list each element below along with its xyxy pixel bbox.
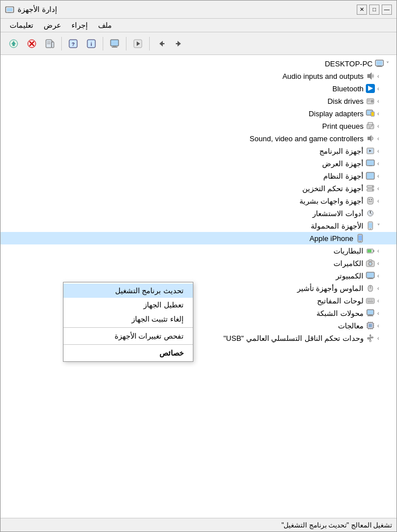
tree-item-disk[interactable]: Disk drives [1, 95, 396, 107]
menu-item-view[interactable]: عرض [39, 20, 66, 31]
tree-item-mice[interactable]: الماوس وأجهزة تأشير [1, 282, 396, 294]
tree-item-portable[interactable]: الأجهزة المحمولة [1, 219, 396, 232]
toolbar-separator-1 [61, 37, 62, 50]
menu-bar: ملف إجراء عرض تعليمات [1, 19, 396, 32]
svg-text:?: ? [71, 41, 75, 47]
tree-item-display-devices[interactable]: أجهزة العرض [1, 157, 396, 170]
svg-point-61 [372, 189, 373, 191]
svg-point-48 [371, 125, 373, 126]
toolbar-display[interactable] [106, 35, 123, 52]
toolbar-help[interactable]: i [83, 35, 100, 52]
device-tree[interactable]: DESKTOP-PC Audio inputs and outputs [1, 55, 396, 518]
tree-item-sound[interactable]: Sound, video and game controllers [1, 132, 396, 145]
svg-point-60 [372, 186, 373, 187]
tree-item-iphone[interactable]: Apple iPhone [1, 232, 396, 244]
context-sep-2 [64, 344, 193, 345]
window-controls: ✕ □ — [357, 5, 392, 15]
svg-text:i: i [91, 41, 92, 47]
context-scan-changes[interactable]: تفحص تغييرات الأجهزة [64, 329, 193, 343]
tree-item-bluetooth[interactable]: ⯈ Bluetooth [1, 82, 396, 95]
display-icon [366, 109, 375, 118]
svg-rect-47 [369, 128, 371, 128]
expand-icon-disk [375, 98, 382, 104]
svg-rect-1 [7, 8, 12, 11]
svg-rect-97 [369, 315, 372, 315]
expand-icon-hid [375, 197, 382, 204]
menu-item-file[interactable]: ملف [94, 20, 116, 31]
svg-rect-46 [369, 126, 372, 127]
tree-item-keyboards[interactable]: لوحات المفاتيح [1, 294, 396, 307]
toolbar-update-driver[interactable] [5, 35, 22, 52]
cameras-icon [366, 259, 375, 268]
tree-label-batteries: البطاريات [5, 247, 364, 255]
svg-rect-20 [112, 47, 117, 48]
tree-item-audio[interactable]: Audio inputs and outputs [1, 70, 396, 82]
menu-item-help[interactable]: تعليمات [5, 20, 38, 31]
svg-rect-76 [373, 250, 374, 252]
svg-text:⯈: ⯈ [368, 85, 374, 92]
title-icon [5, 5, 14, 14]
context-menu: تحديث برنامج التشغيل تعطيل الجهاز إلغاء … [63, 282, 193, 362]
tree-item-desktop[interactable]: DESKTOP-PC [1, 57, 396, 70]
context-uninstall-device[interactable]: إلغاء تثبيت الجهاز [64, 312, 193, 326]
svg-point-71 [370, 229, 371, 230]
toolbar-forward[interactable] [171, 35, 188, 52]
expand-icon-sound [375, 135, 382, 142]
tree-label-display-devices: أجهزة العرض [5, 159, 364, 168]
menu-item-action[interactable]: إجراء [67, 20, 92, 31]
svg-rect-26 [176, 43, 179, 44]
tree-item-prog-devices[interactable]: أجهزة البرنامج [1, 145, 396, 157]
svg-rect-30 [377, 66, 382, 67]
tree-item-print[interactable]: Print queues [1, 120, 396, 132]
expand-icon-audio [375, 73, 382, 79]
tree-label-sensors: أدوات الاستشعار [5, 209, 364, 218]
toolbar-play[interactable] [129, 35, 146, 52]
sensors-icon [366, 209, 375, 218]
svg-rect-96 [368, 310, 373, 314]
svg-rect-37 [368, 100, 370, 100]
svg-marker-31 [368, 73, 371, 79]
toolbar: ? i [1, 32, 396, 55]
iphone-icon [356, 234, 365, 243]
computers-icon [366, 271, 375, 280]
expand-icon-print [375, 123, 382, 129]
expand-icon-processors [375, 322, 382, 329]
disk-icon [366, 96, 375, 105]
toolbar-separator-3 [126, 37, 126, 50]
tree-item-sensors[interactable]: أدوات الاستشعار [1, 207, 396, 219]
tree-item-hid[interactable]: أجهزة واجهات بشرية [1, 195, 396, 207]
context-disable-device[interactable]: تعطيل الجهاز [64, 298, 193, 312]
tree-item-processors[interactable]: معالجات [1, 319, 396, 332]
tree-item-display[interactable]: Display adapters [1, 107, 396, 120]
svg-rect-116 [371, 337, 373, 338]
context-update-driver[interactable]: تحديث برنامج التشغيل [64, 284, 193, 298]
svg-rect-83 [367, 273, 374, 277]
tree-item-batteries[interactable]: البطاريات [1, 244, 396, 257]
hid-icon [366, 196, 375, 205]
expand-icon-bluetooth [375, 85, 382, 92]
context-properties[interactable]: خصائص [64, 346, 193, 360]
toolbar-uninstall[interactable] [23, 35, 40, 52]
toolbar-properties[interactable]: ? [65, 35, 82, 52]
tree-item-usb[interactable]: وحدات تحكم الناقل التسلسلي العالمي "USB" [1, 332, 396, 344]
tree-label-audio: Audio inputs and outputs [5, 72, 364, 81]
svg-point-63 [369, 199, 370, 200]
toolbar-back[interactable] [153, 35, 170, 52]
expand-icon-computers [375, 272, 382, 279]
minimize-button[interactable]: — [382, 5, 392, 15]
close-button[interactable]: ✕ [357, 5, 367, 15]
svg-rect-89 [366, 298, 374, 303]
svg-rect-19 [113, 46, 116, 47]
tree-item-computers[interactable]: الكمبيوتر [1, 269, 396, 282]
tree-item-storage[interactable]: أجهزة تحكم التخزين [1, 182, 396, 195]
svg-rect-29 [378, 66, 381, 66]
maximize-button[interactable]: □ [369, 5, 379, 15]
tree-item-system[interactable]: أجهزة النظام [1, 170, 396, 182]
portable-icon [366, 221, 375, 230]
expand-icon-network [375, 310, 382, 316]
toolbar-scan[interactable] [41, 35, 58, 52]
tree-item-network[interactable]: محولات الشبكة [1, 307, 396, 319]
tree-label-desktop: DESKTOP-PC [5, 60, 373, 68]
svg-rect-70 [369, 223, 372, 228]
tree-item-cameras[interactable]: الكاميرات [1, 257, 396, 269]
